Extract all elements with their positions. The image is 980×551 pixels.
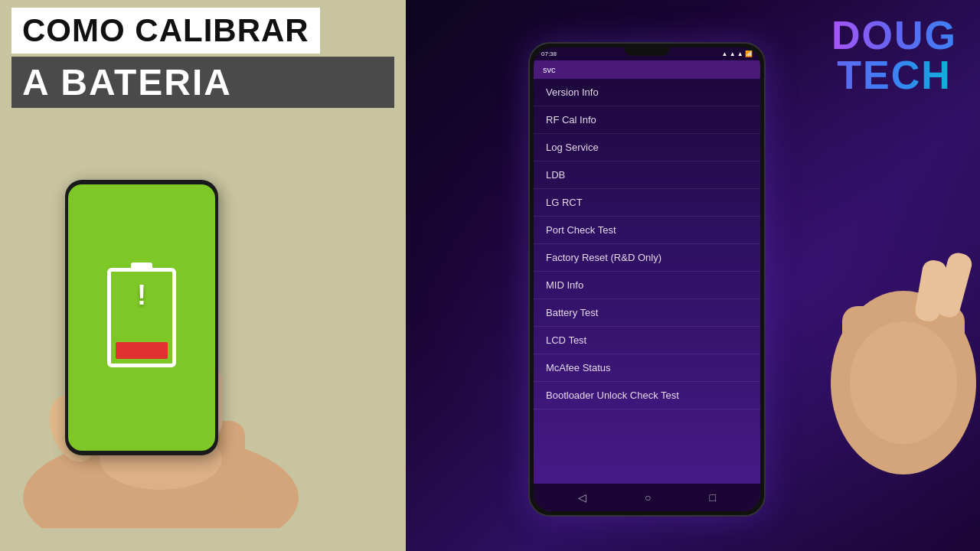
svc-header: svc (534, 60, 760, 79)
illustration-phone: ! (65, 180, 218, 455)
exclamation-mark: ! (137, 279, 146, 311)
status-time: 07:38 (541, 51, 557, 57)
menu-item-bootloader[interactable]: Bootloader Unlock Check Test (534, 382, 760, 409)
menu-item-log-service[interactable]: Log Service (534, 134, 760, 161)
menu-item-port-check-test[interactable]: Port Check Test (534, 217, 760, 244)
battery-icon: ! (107, 268, 176, 367)
device-screen: 07:38 ▲ ▲ ▲ 📶 svc Version Info RF Cal In… (534, 47, 760, 511)
menu-item-version-info[interactable]: Version Info (534, 79, 760, 106)
menu-item-lg-rct[interactable]: LG RCT (534, 189, 760, 217)
menu-item-battery-test[interactable]: Battery Test (534, 299, 760, 327)
nav-back-icon[interactable]: ◁ (578, 491, 586, 504)
camera-notch (624, 45, 670, 56)
menu-item-factory-reset[interactable]: Factory Reset (R&D Only) (534, 244, 760, 272)
navigation-bar: ◁ ○ □ (534, 484, 760, 511)
device-phone: 07:38 ▲ ▲ ▲ 📶 svc Version Info RF Cal In… (528, 42, 766, 517)
right-panel: DOUG TECH 07:38 ▲ ▲ ▲ 📶 svc Version Info… (406, 0, 980, 551)
title-line1: COMO CALIBRAR (11, 8, 320, 54)
logo-doug-text: DOUG (831, 15, 957, 55)
svg-point-12 (850, 321, 957, 444)
left-panel: COMO CALIBRAR A BATERIA ! (0, 0, 406, 551)
nav-home-icon[interactable]: ○ (645, 491, 651, 504)
nav-recent-icon[interactable]: □ (710, 491, 716, 504)
menu-item-mid-info[interactable]: MID Info (534, 272, 760, 299)
dougtech-logo: DOUG TECH (831, 15, 957, 95)
menu-list: Version Info RF Cal Info Log Service LDB… (534, 79, 760, 409)
title-area: COMO CALIBRAR A BATERIA (0, 0, 406, 108)
title-line2: A BATERIA (11, 57, 394, 108)
battery-low-bar (116, 342, 168, 359)
status-icons: ▲ ▲ ▲ 📶 (722, 51, 753, 57)
menu-item-rf-cal-info[interactable]: RF Cal Info (534, 106, 760, 134)
menu-item-ldb[interactable]: LDB (534, 161, 760, 189)
menu-item-lcd-test[interactable]: LCD Test (534, 327, 760, 354)
hand-right-illustration (827, 245, 980, 474)
logo-tech-text: TECH (831, 55, 957, 95)
menu-item-mcafee-status[interactable]: McAfee Status (534, 354, 760, 382)
